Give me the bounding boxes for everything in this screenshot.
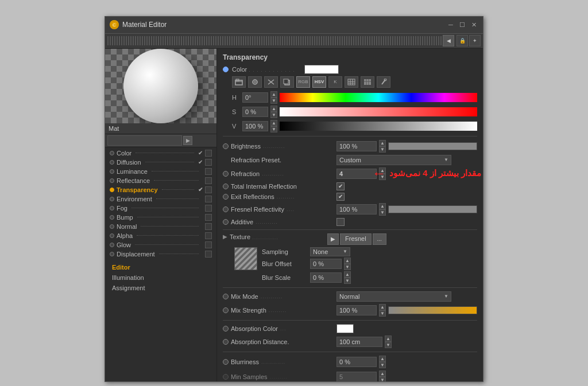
brightness-up-btn[interactable]: ▲ [379,140,386,146]
s-input[interactable] [242,107,268,117]
mat-item-bump[interactable]: Bump [105,213,216,222]
minimize-button[interactable]: ─ [446,20,455,29]
mat-item-reflectance[interactable]: Reflectance [105,176,216,185]
close-button[interactable]: ✕ [469,20,478,29]
val-gradient[interactable] [280,122,477,131]
s-down-btn[interactable]: ▼ [270,112,277,118]
s-up-btn[interactable]: ▲ [270,106,277,112]
copy-icon-btn[interactable] [280,76,294,88]
min-samples-down-btn[interactable]: ▼ [379,377,386,381]
window-controls[interactable]: ─ ☐ ✕ [446,20,478,29]
exit-radio[interactable] [223,194,229,200]
mat-item-normal[interactable]: Normal [105,222,216,231]
nav-item-illumination[interactable]: Illumination [105,272,216,283]
mix-strength-down-btn[interactable]: ▼ [379,310,386,317]
refraction-value[interactable] [336,169,377,179]
mix-mode-dropdown[interactable]: Normal ▼ [336,291,451,302]
texture-play-btn[interactable]: ▶ [327,233,339,245]
h-down-btn[interactable]: ▼ [270,98,277,104]
mat-item-environment[interactable]: Environment [105,194,216,204]
search-input[interactable] [107,135,182,146]
blurriness-up-btn[interactable]: ▲ [379,356,386,362]
k-icon-btn[interactable]: K [328,76,342,88]
nav-item-editor[interactable]: Editor [105,262,216,272]
sat-gradient[interactable] [280,107,477,116]
absorption-distance-down-btn[interactable]: ▼ [385,342,392,348]
sampling-dropdown[interactable]: None ▼ [310,247,350,256]
mat-label: Mat [105,123,216,134]
grid1-icon-btn[interactable] [345,76,358,88]
mat-dots [141,226,199,227]
fresnel-value[interactable] [336,204,377,215]
exit-checkbox[interactable]: ✔ [336,193,345,201]
picker-icon-btn[interactable] [377,76,390,88]
absorption-color-radio[interactable] [223,326,229,332]
brightness-value[interactable] [336,141,377,151]
additive-checkbox[interactable] [336,218,345,226]
mix-mode-radio[interactable] [223,294,229,299]
blurriness-value[interactable] [336,357,377,367]
mat-item-displacement[interactable]: Displacement [105,249,216,259]
create-icon-btn[interactable] [248,76,262,88]
refraction-radio[interactable] [223,171,229,177]
tir-checkbox[interactable]: ✔ [336,182,345,190]
h-input[interactable] [242,92,268,103]
mix-strength-radio[interactable] [223,307,229,313]
additive-radio[interactable] [223,219,229,225]
v-down-btn[interactable]: ▼ [270,126,277,132]
blur-offset-value[interactable] [310,259,342,269]
tir-radio[interactable] [223,184,229,189]
grid2-icon-btn[interactable] [361,76,374,88]
mix-strength-value[interactable] [336,305,377,315]
blur-scale-up-btn[interactable]: ▲ [344,271,351,278]
toolbar-arrow-btn[interactable]: ◀ [443,35,454,46]
mat-item-diffusion[interactable]: Diffusion✔ [105,158,216,167]
fresnel-up-btn[interactable]: ▲ [379,203,386,209]
absorption-distance-radio[interactable] [223,339,229,345]
h-up-btn[interactable]: ▲ [270,91,277,98]
texture-dots-btn[interactable]: ... [373,233,386,245]
color-radio[interactable] [223,67,229,72]
blur-scale-down-btn[interactable]: ▼ [344,278,351,284]
v-up-btn[interactable]: ▲ [270,120,277,126]
fresnel-label: Fresnel Reflectivity .... [231,206,334,213]
color-swatch[interactable] [304,65,339,74]
mix-strength-up-btn[interactable]: ▲ [379,304,386,310]
absorption-color-swatch[interactable] [336,324,354,333]
mat-item-fog[interactable]: Fog [105,204,216,213]
fresnel-radio[interactable] [223,206,229,212]
min-samples-radio[interactable] [223,374,229,380]
brightness-slider[interactable] [388,142,477,150]
search-arrow-btn[interactable]: ▶ [183,136,192,145]
brightness-radio[interactable] [223,143,229,149]
blurriness-radio[interactable] [223,359,229,365]
blur-offset-down-btn[interactable]: ▼ [344,264,351,270]
mat-item-color[interactable]: Color✔ [105,149,216,158]
clear-icon-btn[interactable] [264,76,278,88]
mat-item-transparency[interactable]: Transparency✔ [105,185,216,194]
blurriness-down-btn[interactable]: ▼ [379,362,386,368]
texture-triangle[interactable]: ▶ [223,233,227,240]
brightness-down-btn[interactable]: ▼ [379,146,386,153]
blur-offset-up-btn[interactable]: ▲ [344,258,351,264]
nav-item-assignment[interactable]: Assignment [105,283,216,293]
hue-gradient[interactable] [280,93,477,102]
refraction-preset-dropdown[interactable]: Custom ▼ [336,155,451,165]
rgb-icon-btn[interactable]: RGB [296,76,310,88]
mat-item-alpha[interactable]: Alpha [105,231,216,240]
fresnel-down-btn[interactable]: ▼ [379,209,386,216]
fresnel-btn[interactable]: Fresnel [340,233,372,245]
min-samples-value[interactable] [336,372,377,381]
min-samples-up-btn[interactable]: ▲ [379,371,386,377]
mat-item-glow[interactable]: Glow [105,240,216,249]
absorption-distance-value[interactable] [336,337,382,347]
v-input[interactable] [242,121,268,131]
mix-strength-slider[interactable] [388,306,477,314]
mat-item-luminance[interactable]: Luminance [105,167,216,176]
blur-scale-value[interactable] [310,272,342,283]
hsv-icon-btn[interactable]: HSV [312,76,326,88]
fresnel-slider[interactable] [388,205,477,213]
absorption-distance-up-btn[interactable]: ▲ [385,336,392,342]
load-icon-btn[interactable] [232,76,246,88]
maximize-button[interactable]: ☐ [458,20,467,29]
